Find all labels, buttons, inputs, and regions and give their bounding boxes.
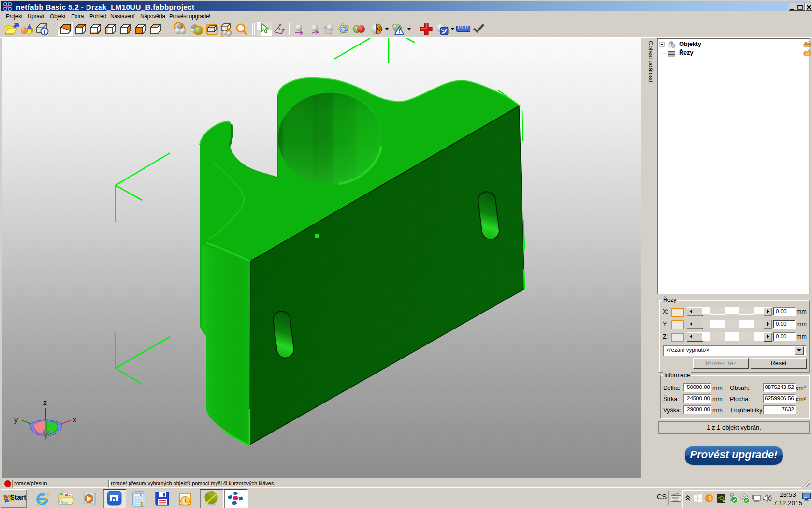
svg-text:y: y — [14, 416, 18, 424]
svg-text:x: x — [73, 416, 76, 424]
svg-text:z: z — [44, 399, 47, 406]
svg-text:0: 0 — [140, 493, 142, 497]
